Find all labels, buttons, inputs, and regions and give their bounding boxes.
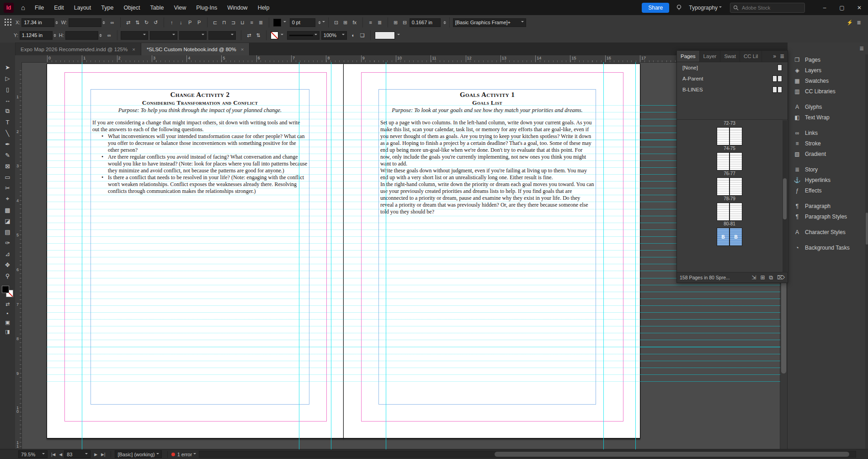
- tool-button[interactable]: ⊿: [0, 248, 15, 259]
- baseline-grid-icon[interactable]: ⊟: [401, 18, 409, 27]
- x-position-field[interactable]: 17.34 in: [21, 18, 54, 27]
- width-field[interactable]: [69, 18, 101, 27]
- window-button[interactable]: ✕: [851, 0, 868, 15]
- transform-icon[interactable]: ⇄: [124, 18, 133, 27]
- frame-fitting-icon[interactable]: ⊡: [332, 18, 341, 27]
- dock-scrollbar[interactable]: [865, 54, 868, 449]
- object-style-dropdown[interactable]: [Basic Graphics Frame]+: [453, 18, 526, 27]
- scale-x-dropdown[interactable]: [121, 31, 148, 40]
- toolbar-bottom-button[interactable]: ◨: [0, 327, 15, 336]
- panel-tab[interactable]: Pages: [677, 51, 700, 62]
- vertical-ruler[interactable]: 1234567891011: [15, 62, 22, 449]
- pages-panel-spread-list[interactable]: 72-73 74-75 76-77: [677, 120, 782, 272]
- tool-button[interactable]: ✒: [0, 139, 15, 149]
- pages-panel-action-icon[interactable]: ⌦: [777, 274, 785, 281]
- tool-button[interactable]: ▩: [0, 204, 15, 215]
- dock-panel-button[interactable]: ▦ Swatches: [788, 75, 868, 86]
- vertical-ruler-guide[interactable]: [386, 62, 386, 449]
- tool-button[interactable]: ✎: [0, 149, 15, 160]
- tool-button[interactable]: ╲: [0, 128, 15, 139]
- menu-item[interactable]: Table: [145, 5, 169, 11]
- page-thumbnail[interactable]: [717, 177, 730, 196]
- align-icon[interactable]: ⊏: [211, 18, 219, 27]
- transform-icon[interactable]: ↻: [143, 18, 151, 27]
- dock-panel-button[interactable]: ≣ Story: [788, 164, 868, 175]
- panel-menu-icon[interactable]: ≣: [780, 53, 784, 59]
- align-icon[interactable]: ≡: [248, 18, 256, 27]
- pasteboard[interactable]: Change Activity 2 Considering Transforma…: [21, 62, 780, 449]
- page-thumbnail[interactable]: B: [717, 228, 730, 246]
- tool-button[interactable]: ▤: [0, 226, 15, 237]
- dock-panel-button[interactable]: ƒ Effects: [788, 185, 868, 196]
- height-field[interactable]: [65, 31, 98, 40]
- tool-button[interactable]: T: [0, 117, 15, 128]
- h-stepper[interactable]: [99, 32, 102, 38]
- frame-fitting-icon[interactable]: fx: [351, 18, 359, 27]
- adobe-stock-search[interactable]: [730, 3, 805, 13]
- page-thumbnail[interactable]: [730, 127, 742, 145]
- pages-panel-spread[interactable]: 78-79: [677, 177, 782, 202]
- tool-button[interactable]: ◪: [0, 215, 15, 226]
- tool-button[interactable]: ✑: [0, 237, 15, 248]
- dock-panel-button[interactable]: ∞ Links: [788, 128, 868, 138]
- dock-panel-button[interactable]: ⚓ Hyperlinks: [788, 175, 868, 185]
- align-icon[interactable]: ⊐: [229, 18, 238, 27]
- toolbar-bottom-button[interactable]: ⇄: [0, 299, 15, 309]
- pages-panel-spread[interactable]: B B: [677, 228, 782, 252]
- pages-panel-action-icon[interactable]: ⇲: [751, 274, 756, 281]
- dock-panel-button[interactable]: ◈ Layers: [788, 65, 868, 75]
- search-input[interactable]: [741, 5, 793, 11]
- page-thumbnail[interactable]: [717, 203, 730, 221]
- horizontal-ruler[interactable]: 01234567891011121314151617: [21, 55, 780, 63]
- document-tab[interactable]: *SLSC Custom Notebook.indd @ 80% ×: [141, 43, 250, 55]
- dock-panel-button[interactable]: ◔ Background Tasks: [788, 242, 868, 253]
- share-button[interactable]: Share: [642, 3, 669, 13]
- reference-point-proxy[interactable]: [5, 19, 12, 26]
- dock-panel-button[interactable]: ❐ Pages: [788, 54, 868, 65]
- workspace-switcher[interactable]: Typography: [689, 5, 722, 11]
- w-stepper[interactable]: [102, 20, 105, 26]
- preflight-error-label[interactable]: 1 error: [177, 452, 192, 457]
- horizontal-scrollbar[interactable]: [199, 451, 856, 458]
- panel-tab[interactable]: Swat: [720, 51, 740, 62]
- dock-menu-icon[interactable]: ≣: [859, 45, 864, 52]
- zoom-level-field[interactable]: 79.5%: [18, 450, 48, 458]
- pages-panel-spread[interactable]: 76-77: [677, 152, 782, 176]
- text-frame[interactable]: Goals Activity 1 Goals List Purpose: To …: [378, 89, 596, 405]
- parent-page-row[interactable]: B-LINES: [677, 84, 788, 95]
- menu-item[interactable]: Layout: [69, 5, 96, 11]
- paragraph-align-icon[interactable]: ≣: [376, 18, 384, 27]
- preflight-profile-dropdown[interactable]: [Basic] (working): [115, 450, 161, 458]
- menu-item[interactable]: Object: [118, 5, 145, 11]
- stroke-weight-field[interactable]: 0 pt: [290, 18, 315, 27]
- page-thumbnail[interactable]: [730, 177, 742, 196]
- vertical-ruler-guide[interactable]: [331, 62, 331, 449]
- effect-icon[interactable]: ❏: [358, 31, 367, 39]
- transform-icon[interactable]: ⇅: [133, 18, 142, 27]
- transform-icon[interactable]: ↺: [152, 18, 160, 27]
- effect-icon[interactable]: ◐: [349, 31, 357, 39]
- window-button[interactable]: –: [816, 0, 833, 15]
- tool-button[interactable]: ✂: [0, 182, 15, 193]
- object-select-icon[interactable]: P: [195, 18, 203, 27]
- x-stepper[interactable]: [55, 20, 58, 26]
- dock-panel-button[interactable]: ≡ Stroke: [788, 138, 868, 149]
- menu-item[interactable]: File: [30, 5, 49, 11]
- page-nav-button[interactable]: ◀: [59, 452, 62, 457]
- menu-item[interactable]: Window: [222, 5, 252, 11]
- pages-panel-action-icon[interactable]: ⊞: [760, 274, 765, 281]
- align-icon[interactable]: ⊓: [220, 18, 229, 27]
- page-nav-button[interactable]: ▶|: [101, 452, 105, 457]
- pages-panel-scrollbar[interactable]: [783, 120, 787, 272]
- scrollbar-thumb[interactable]: [495, 452, 849, 457]
- frame-fitting-icon[interactable]: ⊞: [341, 18, 350, 27]
- object-select-icon[interactable]: P: [186, 18, 194, 27]
- tool-button[interactable]: ⚲: [0, 270, 15, 281]
- vertical-ruler-guide[interactable]: [299, 62, 299, 449]
- panel-overflow-icon[interactable]: »: [773, 53, 776, 59]
- parent-page-row[interactable]: A-Parent: [677, 73, 788, 84]
- panel-action-icon[interactable]: ⚡: [846, 18, 854, 27]
- home-icon[interactable]: ⌂: [16, 4, 30, 11]
- pages-panel-spread[interactable]: 80-81: [677, 203, 782, 227]
- panel-tab[interactable]: CC Lil: [740, 51, 762, 62]
